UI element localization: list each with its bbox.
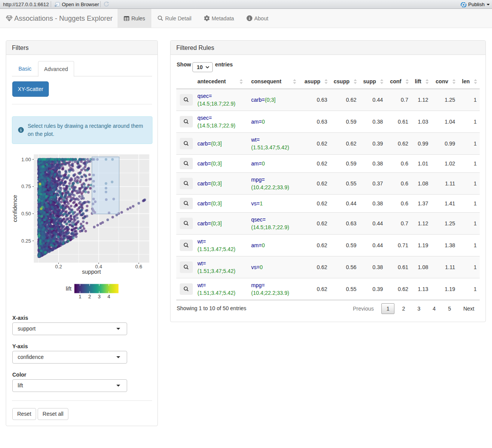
svg-text:0.25: 0.25 (21, 238, 31, 244)
svg-text:1: 1 (79, 294, 81, 299)
svg-text:0.2: 0.2 (55, 264, 62, 269)
svg-text:3: 3 (98, 294, 101, 299)
svg-text:support: support (82, 269, 101, 275)
svg-text:0.50: 0.50 (21, 211, 31, 217)
svg-text:4: 4 (108, 294, 110, 299)
svg-text:0.6: 0.6 (135, 264, 142, 269)
svg-text:confidence: confidence (12, 195, 18, 222)
svg-text:0.75: 0.75 (21, 183, 31, 189)
svg-text:1.00: 1.00 (21, 157, 31, 162)
svg-text:2: 2 (88, 294, 91, 299)
svg-text:lift: lift (66, 286, 71, 292)
